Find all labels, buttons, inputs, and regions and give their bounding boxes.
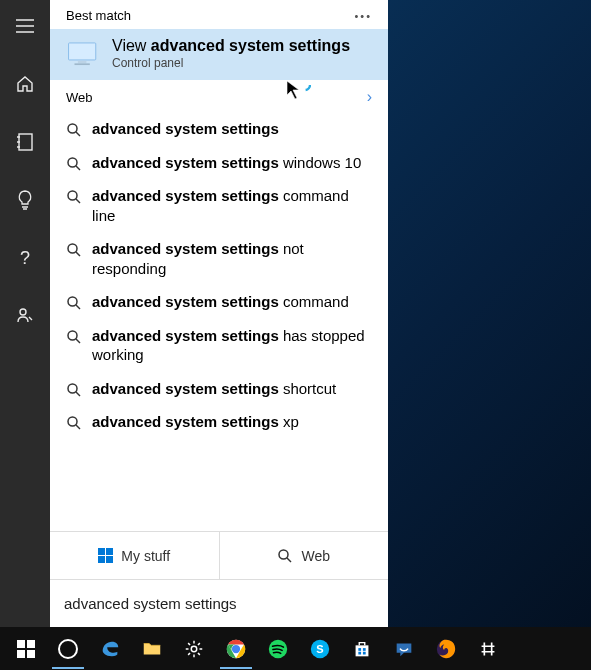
settings-button[interactable] bbox=[174, 629, 214, 669]
start-button[interactable] bbox=[6, 629, 46, 669]
svg-point-14 bbox=[279, 550, 288, 559]
hipchat-button[interactable] bbox=[384, 629, 424, 669]
folder-icon bbox=[141, 638, 163, 660]
firefox-button[interactable] bbox=[426, 629, 466, 669]
search-icon bbox=[66, 156, 82, 172]
hash-icon bbox=[477, 638, 499, 660]
web-result-7[interactable]: advanced system settings xp bbox=[50, 405, 388, 439]
firefox-icon bbox=[435, 638, 457, 660]
search-scopes: My stuff Web bbox=[50, 531, 388, 579]
search-results-panel: Best match ••• View advanced system sett… bbox=[50, 0, 388, 627]
help-icon[interactable]: ? bbox=[1, 240, 49, 276]
lightbulb-icon[interactable] bbox=[1, 182, 49, 218]
web-header[interactable]: Web › bbox=[50, 80, 388, 112]
chat-icon bbox=[393, 638, 415, 660]
windows-logo-icon bbox=[17, 640, 35, 658]
skype-button[interactable]: S bbox=[300, 629, 340, 669]
web-result-5[interactable]: advanced system settings has stopped wor… bbox=[50, 319, 388, 372]
web-result-6[interactable]: advanced system settings shortcut bbox=[50, 372, 388, 406]
search-icon bbox=[66, 295, 82, 311]
search-icon bbox=[66, 382, 82, 398]
store-button[interactable] bbox=[342, 629, 382, 669]
svg-point-10 bbox=[68, 297, 77, 306]
svg-rect-0 bbox=[19, 134, 32, 150]
file-explorer-button[interactable] bbox=[132, 629, 172, 669]
svg-point-9 bbox=[68, 244, 77, 253]
slack-button[interactable] bbox=[468, 629, 508, 669]
spotify-button[interactable] bbox=[258, 629, 298, 669]
best-match-label: Best match bbox=[66, 8, 131, 23]
svg-point-11 bbox=[68, 331, 77, 340]
svg-point-7 bbox=[68, 158, 77, 167]
hamburger-icon[interactable] bbox=[1, 8, 49, 44]
scope-web[interactable]: Web bbox=[219, 532, 389, 579]
skype-icon: S bbox=[309, 638, 331, 660]
svg-rect-22 bbox=[363, 648, 366, 651]
web-result-0[interactable]: advanced system settings bbox=[50, 112, 388, 146]
windows-icon bbox=[98, 548, 113, 563]
svg-rect-4 bbox=[75, 63, 90, 65]
web-results-list: advanced system settingsadvanced system … bbox=[50, 112, 388, 531]
svg-rect-3 bbox=[78, 60, 87, 63]
web-header-label: Web bbox=[66, 90, 93, 105]
gear-icon bbox=[183, 638, 205, 660]
svg-point-1 bbox=[20, 309, 26, 315]
best-match-text: View advanced system settings Control pa… bbox=[112, 37, 350, 70]
web-result-2[interactable]: advanced system settings command line bbox=[50, 179, 388, 232]
cortana-sidebar: ? bbox=[0, 0, 50, 627]
search-icon bbox=[66, 329, 82, 345]
web-result-4[interactable]: advanced system settings command bbox=[50, 285, 388, 319]
svg-rect-2 bbox=[69, 42, 96, 59]
svg-rect-24 bbox=[363, 651, 366, 654]
svg-rect-23 bbox=[358, 651, 361, 654]
more-icon[interactable]: ••• bbox=[354, 10, 372, 22]
search-icon bbox=[277, 548, 293, 564]
edge-icon bbox=[99, 638, 121, 660]
search-icon bbox=[66, 242, 82, 258]
feedback-icon[interactable] bbox=[1, 298, 49, 334]
search-icon bbox=[66, 122, 82, 138]
svg-point-6 bbox=[68, 124, 77, 133]
edge-button[interactable] bbox=[90, 629, 130, 669]
best-match-header: Best match ••• bbox=[50, 0, 388, 29]
chrome-icon bbox=[225, 638, 247, 660]
web-result-1[interactable]: advanced system settings windows 10 bbox=[50, 146, 388, 180]
search-icon bbox=[66, 189, 82, 205]
svg-text:S: S bbox=[316, 642, 323, 654]
svg-rect-21 bbox=[358, 648, 361, 651]
best-match-result[interactable]: View advanced system settings Control pa… bbox=[50, 29, 388, 80]
chevron-right-icon: › bbox=[367, 88, 372, 106]
chrome-button[interactable] bbox=[216, 629, 256, 669]
search-icon bbox=[66, 415, 82, 431]
svg-point-17 bbox=[232, 644, 240, 652]
home-icon[interactable] bbox=[1, 66, 49, 102]
svg-point-13 bbox=[68, 417, 77, 426]
spotify-icon bbox=[267, 638, 289, 660]
search-input[interactable]: advanced system settings bbox=[50, 579, 388, 627]
scope-my-stuff[interactable]: My stuff bbox=[50, 532, 219, 579]
control-panel-icon bbox=[66, 40, 100, 68]
svg-point-8 bbox=[68, 191, 77, 200]
cortana-circle-icon bbox=[58, 639, 78, 659]
svg-point-15 bbox=[191, 646, 197, 652]
notebook-icon[interactable] bbox=[1, 124, 49, 160]
web-result-3[interactable]: advanced system settings not responding bbox=[50, 232, 388, 285]
taskbar: S bbox=[0, 627, 591, 670]
svg-point-12 bbox=[68, 384, 77, 393]
store-icon bbox=[351, 638, 373, 660]
cortana-button[interactable] bbox=[48, 629, 88, 669]
